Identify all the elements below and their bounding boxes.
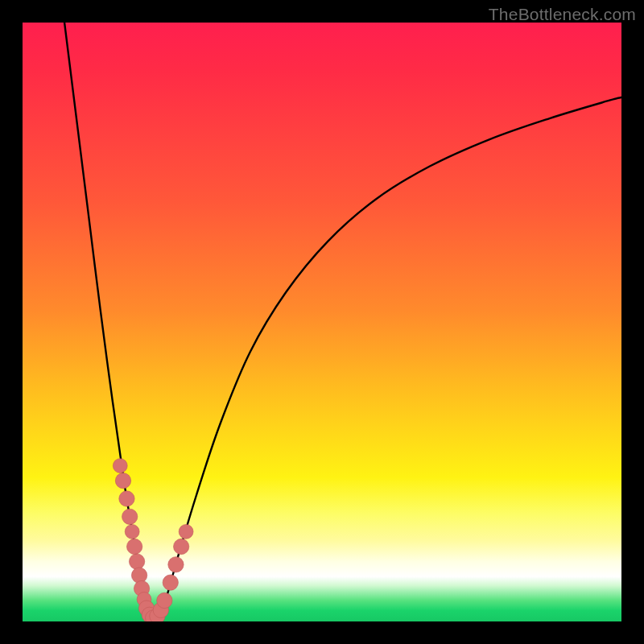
curve-lines (64, 23, 621, 618)
data-marker (125, 524, 139, 539)
data-marker (157, 592, 172, 608)
data-marker (126, 539, 142, 554)
data-marker (119, 491, 134, 506)
data-marker (113, 459, 127, 473)
data-marker (163, 575, 178, 590)
data-markers (113, 459, 193, 621)
data-marker (115, 473, 130, 488)
data-marker (131, 568, 147, 583)
data-marker (122, 509, 138, 524)
watermark-text: TheBottleneck.com (489, 5, 636, 24)
data-marker (179, 524, 193, 539)
plot-area (23, 23, 621, 621)
curve-right-branch (157, 97, 621, 618)
data-marker (129, 554, 144, 569)
data-marker (168, 557, 184, 572)
chart-frame: TheBottleneck.com (0, 0, 644, 644)
chart-svg (23, 23, 621, 621)
data-marker (173, 539, 188, 554)
